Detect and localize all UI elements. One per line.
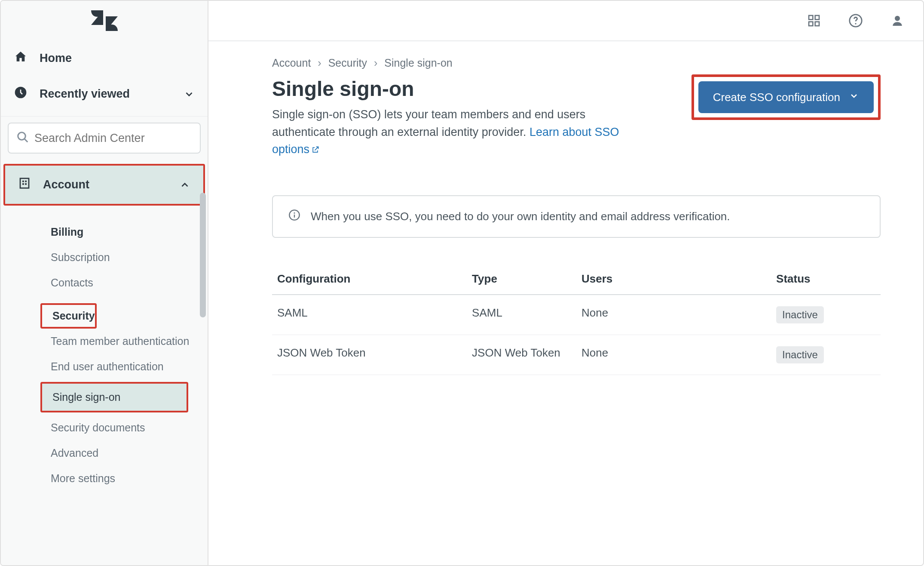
svg-rect-5 [25,181,27,182]
sidebar-item-subscription[interactable]: Subscription [1,245,208,270]
svg-rect-7 [25,183,27,185]
sidebar-item-advanced[interactable]: Advanced [1,440,208,466]
sidebar-item-sso-highlight: Single sign-on [40,382,188,412]
svg-point-14 [895,16,900,21]
sidebar-item-team-auth[interactable]: Team member authentication [1,329,208,354]
main-panel: Account › Security › Single sign-on Sing… [208,1,923,565]
create-sso-label: Create SSO configuration [713,91,840,104]
create-sso-highlight: Create SSO configuration [691,74,881,120]
breadcrumb-account[interactable]: Account [272,57,311,69]
cell-config: SAML [272,295,467,335]
cell-users: None [576,295,771,335]
svg-rect-17 [294,214,295,217]
sidebar-scrollbar-thumb[interactable] [200,193,206,317]
profile-icon[interactable] [890,14,904,28]
breadcrumb: Account › Security › Single sign-on [272,57,881,69]
page-description: Single sign-on (SSO) lets your team memb… [272,106,650,159]
svg-point-1 [18,132,26,140]
svg-rect-3 [20,178,29,188]
sidebar-item-sso[interactable]: Single sign-on [42,384,187,411]
clock-icon [14,86,28,102]
topbar [208,1,923,41]
sidebar-item-security[interactable]: Security [40,303,97,329]
sidebar-section-account[interactable]: Account [3,164,205,206]
svg-rect-6 [22,183,24,185]
nav-recently-viewed[interactable]: Recently viewed [1,76,208,112]
svg-rect-10 [809,22,813,26]
cell-type: SAML [467,295,576,335]
search-input[interactable] [34,132,192,145]
content-area: Account › Security › Single sign-on Sing… [208,41,905,375]
table-row[interactable]: SAML SAML None Inactive [272,295,881,335]
status-badge: Inactive [776,346,824,363]
external-link-icon [311,142,320,159]
home-icon [14,50,28,67]
status-badge: Inactive [776,306,824,323]
chevron-up-icon [179,179,190,191]
page-header-row: Single sign-on Single sign-on (SSO) lets… [272,77,881,159]
chevron-down-icon [184,89,195,100]
cell-users: None [576,335,771,375]
account-subnav: Billing Subscription Contacts Security T… [1,206,208,491]
sidebar-item-security-docs[interactable]: Security documents [1,415,208,440]
breadcrumb-sso: Single sign-on [384,57,452,69]
col-config: Configuration [272,264,467,295]
sidebar-item-end-user-auth[interactable]: End user authentication [1,354,208,379]
col-type: Type [467,264,576,295]
nav-recently-label: Recently viewed [40,87,130,101]
chevron-down-icon [849,91,859,104]
sidebar-item-more-settings[interactable]: More settings [1,466,208,491]
page-title: Single sign-on [272,77,674,101]
svg-rect-11 [815,22,819,26]
svg-rect-4 [22,181,24,182]
table-row[interactable]: JSON Web Token JSON Web Token None Inact… [272,335,881,375]
col-users: Users [576,264,771,295]
svg-rect-8 [809,15,813,19]
col-status: Status [771,264,881,295]
sso-config-table: Configuration Type Users Status SAML SAM… [272,264,881,375]
nav-home[interactable]: Home [1,40,208,76]
svg-point-13 [855,23,856,24]
help-icon[interactable] [848,13,863,28]
breadcrumb-security[interactable]: Security [328,57,367,69]
svg-line-2 [24,139,28,142]
create-sso-button[interactable]: Create SSO configuration [698,81,874,113]
info-banner: When you use SSO, you need to do your ow… [272,195,881,238]
chevron-right-icon: › [318,57,321,69]
nav-home-label: Home [40,52,72,65]
building-icon [18,177,31,193]
primary-nav: Home Recently viewed [1,40,208,116]
table-header-row: Configuration Type Users Status [272,264,881,295]
sidebar-item-contacts[interactable]: Contacts [1,270,208,295]
section-account-label: Account [43,178,89,191]
zendesk-logo-icon [91,10,118,31]
info-banner-text: When you use SSO, you need to do your ow… [311,210,730,223]
svg-point-16 [294,212,295,213]
sidebar: Home Recently viewed Account B [1,1,208,565]
search-container [1,116,208,164]
chevron-right-icon: › [374,57,377,69]
info-icon [288,209,300,224]
cell-config: JSON Web Token [272,335,467,375]
apps-icon[interactable] [807,14,821,28]
search-box[interactable] [8,123,201,154]
search-icon [16,131,29,145]
cell-type: JSON Web Token [467,335,576,375]
sidebar-item-billing[interactable]: Billing [1,219,208,245]
brand-logo [1,1,208,40]
svg-rect-9 [815,15,819,19]
